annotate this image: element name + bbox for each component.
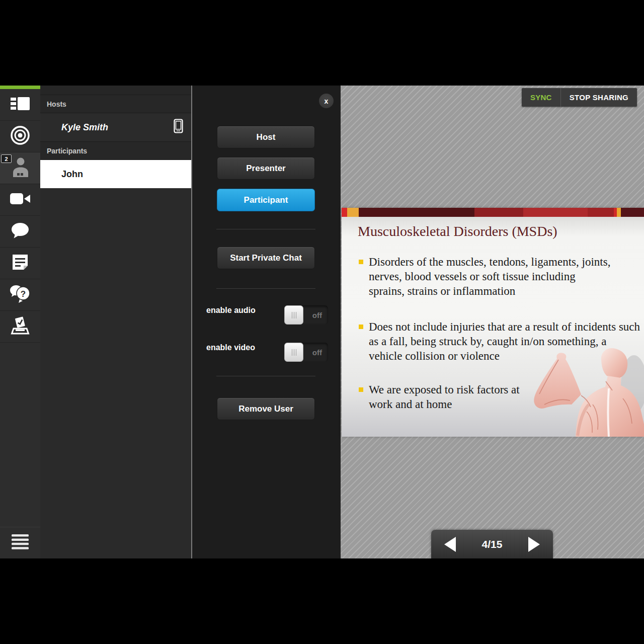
- slide-pager: 4/15: [431, 530, 553, 558]
- sidebar-item-poll[interactable]: [0, 311, 40, 343]
- presentation-slide: Musculoskeletal Disorders (MSDs) Disorde…: [342, 208, 644, 437]
- sidebar-item-record[interactable]: [0, 121, 40, 152]
- layout-pods-icon: [10, 95, 31, 114]
- bullet-marker: [359, 387, 363, 392]
- sidebar-item-chat[interactable]: [0, 216, 40, 248]
- toggle-state-label: off: [312, 343, 322, 362]
- hosts-section-header: Hosts: [40, 95, 191, 113]
- next-slide-icon[interactable]: [528, 537, 540, 552]
- sidebar-item-camera[interactable]: [0, 184, 40, 216]
- participants-header-label: Participants: [47, 147, 87, 155]
- share-header-bar: SYNC STOP SHARING: [522, 88, 637, 107]
- attendee-row-john-selected[interactable]: John: [40, 160, 191, 188]
- meeting-app-window: 2 ?: [0, 86, 644, 558]
- sidebar-item-attendees[interactable]: 2: [0, 152, 40, 184]
- sidebar-accent-bar: [0, 86, 40, 89]
- slide-accent-band: [342, 208, 644, 217]
- divider: [216, 288, 315, 289]
- sync-button[interactable]: SYNC: [522, 88, 560, 107]
- participant-name-label: John: [61, 169, 83, 180]
- chat-bubble-icon: [10, 221, 30, 242]
- bullet-marker: [359, 260, 363, 264]
- attendee-list-top-strip: [40, 86, 191, 95]
- toggle-knob: [284, 343, 303, 362]
- toggle-knob: [284, 305, 303, 325]
- user-detail-panel: x Host Presenter Participant Start Priva…: [192, 86, 341, 558]
- enable-audio-row: enable audio off: [206, 305, 330, 326]
- enable-audio-toggle[interactable]: off: [284, 305, 328, 325]
- slide-body: Musculoskeletal Disorders (MSDs) Disorde…: [342, 217, 644, 437]
- bullet-marker: [359, 325, 363, 329]
- attendee-count-badge: 2: [1, 154, 12, 163]
- role-presenter-button[interactable]: Presenter: [217, 157, 315, 180]
- sidebar-item-qa[interactable]: ?: [0, 279, 40, 311]
- enable-video-toggle[interactable]: off: [284, 343, 328, 362]
- sidebar-item-notes[interactable]: [0, 248, 40, 279]
- attendee-list-panel: Hosts Kyle Smith Participants John: [40, 86, 191, 558]
- close-icon[interactable]: x: [319, 94, 334, 108]
- question-answer-icon: ?: [10, 284, 31, 305]
- attendee-row-kyle-smith[interactable]: Kyle Smith: [40, 113, 191, 142]
- remove-user-button[interactable]: Remove User: [217, 397, 315, 420]
- divider: [216, 229, 315, 229]
- participants-section-header: Participants: [40, 142, 191, 160]
- slide-bullet: We are exposed to risk factors at work a…: [359, 382, 644, 412]
- toggle-state-label: off: [312, 305, 322, 325]
- enable-video-row: enable video off: [206, 343, 330, 363]
- mobile-phone-icon: [174, 119, 183, 136]
- hosts-header-label: Hosts: [47, 100, 66, 108]
- hamburger-menu-icon: [12, 534, 29, 551]
- role-host-button[interactable]: Host: [217, 126, 315, 148]
- slide-title: Musculoskeletal Disorders (MSDs): [358, 223, 644, 239]
- record-target-icon: [9, 124, 31, 148]
- slide-bullet: Disorders of the muscles, tendons, ligam…: [359, 255, 613, 298]
- video-camera-icon: [9, 191, 31, 208]
- previous-slide-icon[interactable]: [444, 537, 456, 552]
- start-private-chat-button[interactable]: Start Private Chat: [217, 247, 315, 269]
- poll-ballot-icon: [10, 316, 30, 337]
- enable-audio-label: enable audio: [206, 305, 262, 315]
- screen-share-pod: SYNC STOP SHARING: [341, 86, 644, 558]
- slide-page-indicator: 4/15: [482, 538, 503, 550]
- sidebar: 2 ?: [0, 86, 40, 558]
- sidebar-item-layouts[interactable]: [0, 89, 40, 121]
- attendees-icon: [10, 156, 30, 180]
- notes-icon: [11, 253, 30, 274]
- divider: [216, 376, 315, 376]
- role-participant-button[interactable]: Participant: [217, 189, 315, 211]
- sidebar-item-menu[interactable]: [0, 527, 40, 558]
- svg-text:?: ?: [21, 289, 26, 299]
- slide-bullet: Does not include injuries that are a res…: [359, 319, 640, 363]
- stop-sharing-button[interactable]: STOP SHARING: [560, 88, 637, 107]
- slide-bullets: Disorders of the muscles, tendons, ligam…: [359, 255, 644, 412]
- host-name-label: Kyle Smith: [61, 122, 108, 133]
- enable-video-label: enable video: [206, 343, 262, 353]
